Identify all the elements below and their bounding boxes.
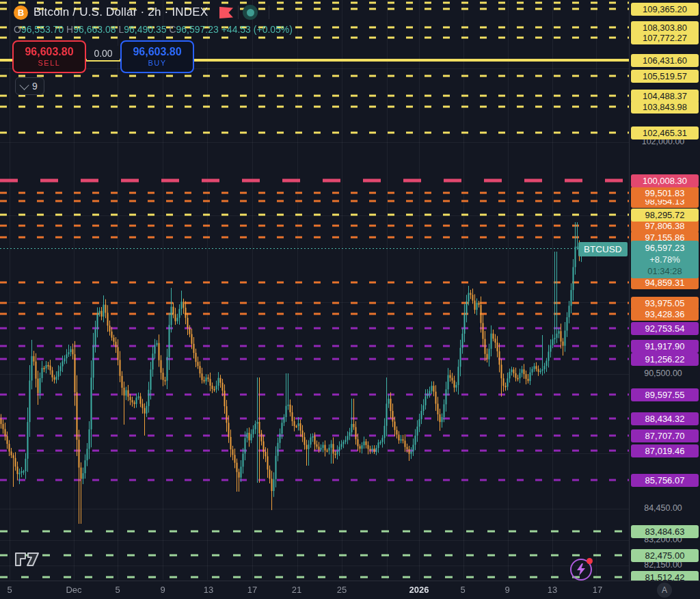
buy-button[interactable]: 96,603.80 BUY <box>120 40 194 73</box>
price-level-badge[interactable]: 93,975.05 <box>631 297 699 310</box>
ohlc-readout: O96,553.70 H96,663.08 L96,490.35 C96,597… <box>14 24 293 35</box>
price-level-badge[interactable]: 106,431.60 <box>631 54 699 67</box>
price-level-badge[interactable]: 88,434.32 <box>631 412 699 425</box>
sell-button[interactable]: 96,603.80 SELL <box>12 40 86 73</box>
price-level-badge[interactable]: 104,488.37 <box>631 90 699 103</box>
trade-panel: 96,603.80 SELL 0.00 96,603.80 BUY <box>12 40 194 73</box>
price-level-badge[interactable]: 109,365.20 <box>631 3 699 16</box>
candlestick-canvas[interactable] <box>0 0 629 580</box>
time-axis[interactable]: A 5Dec59131721252026591317 <box>0 581 700 599</box>
price-level-badge[interactable]: 108,303.80 <box>631 21 699 34</box>
lightning-bolt-icon <box>576 563 586 576</box>
price-level-badge[interactable]: 87,019.46 <box>631 444 699 457</box>
time-axis-label: 5 <box>7 585 12 595</box>
price-level-badge[interactable]: 102,465.31 <box>631 127 699 139</box>
current-price-badge[interactable]: 96,597.23+8.78%01:34:28 <box>631 241 699 278</box>
price-level-badge[interactable]: 87,707.70 <box>631 429 699 442</box>
notification-dot <box>587 558 593 564</box>
price-level-badge[interactable]: 98,295.72 <box>631 209 699 222</box>
price-level-badge[interactable]: 91,256.22 <box>631 353 699 366</box>
time-axis-label: 13 <box>548 585 557 595</box>
alerts-count-chip[interactable]: 9 <box>15 77 44 95</box>
time-axis-label: 9 <box>504 585 509 595</box>
time-axis-label: 9 <box>160 585 165 595</box>
chevron-down-icon <box>20 81 29 90</box>
auto-scale-button[interactable]: A <box>657 583 672 598</box>
price-axis[interactable]: 102,000.0090,500.0084,450.0083,200.0082,… <box>629 0 700 581</box>
time-axis-label: 21 <box>292 585 301 595</box>
tradingview-logo[interactable] <box>14 550 41 569</box>
time-axis-label: 25 <box>337 585 347 595</box>
price-level-badge[interactable]: 85,756.07 <box>631 474 699 487</box>
tradingview-chart-window: B Bitcoin / U.S. Dollar · 2h · INDEX O96… <box>0 0 700 599</box>
price-level-badge[interactable]: 81,512.42 <box>631 571 699 581</box>
price-level-badge[interactable]: 105,519.57 <box>631 70 699 83</box>
time-axis-label: 13 <box>204 585 213 595</box>
price-level-badge[interactable]: 92,753.54 <box>631 322 699 335</box>
price-level-badge[interactable]: 82,475.00 <box>631 549 699 562</box>
price-level-badge[interactable]: 100,008.30 <box>631 174 699 187</box>
flag-icon[interactable] <box>219 6 234 19</box>
spread-value: 0.00 <box>87 46 120 60</box>
current-change-pct: +8.78% <box>631 254 699 265</box>
market-status-icon[interactable] <box>243 5 258 20</box>
header-divider <box>238 5 239 19</box>
time-axis-label: 2026 <box>409 585 429 595</box>
header-divider <box>269 5 269 19</box>
price-level-badge[interactable]: 91,917.90 <box>631 340 699 353</box>
price-axis-tick: 84,450.00 <box>630 503 697 513</box>
lightning-trade-button[interactable] <box>570 559 592 581</box>
time-axis-label: 5 <box>115 585 120 595</box>
bitcoin-logo-icon: B <box>14 5 28 20</box>
current-price-symbol-badge[interactable]: BTCUSD <box>578 242 628 256</box>
time-axis-label: Dec <box>66 585 81 595</box>
price-level-badge[interactable]: 83,484.63 <box>631 525 699 538</box>
price-level-badge[interactable]: 89,597.55 <box>631 388 699 401</box>
price-axis-tick: 90,500.00 <box>630 369 697 378</box>
time-axis-label: 17 <box>593 585 602 595</box>
price-level-badge[interactable]: 99,501.83 <box>631 187 699 200</box>
symbol-title[interactable]: Bitcoin / U.S. Dollar · 2h · INDEX <box>33 5 208 19</box>
current-price-value: 96,597.23 <box>631 242 699 254</box>
bar-countdown: 01:34:28 <box>631 265 699 277</box>
time-axis-label: 5 <box>460 585 465 595</box>
time-axis-label: 17 <box>247 585 257 595</box>
symbol-header: B Bitcoin / U.S. Dollar · 2h · INDEX <box>14 4 273 21</box>
